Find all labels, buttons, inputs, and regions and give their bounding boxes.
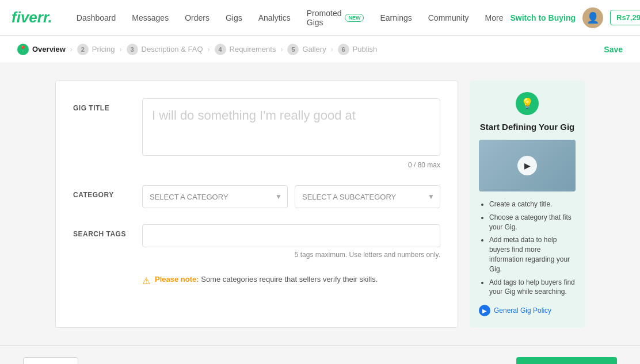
bc-arrow-5: › (331, 45, 333, 53)
nav-orders[interactable]: Orders (178, 9, 216, 27)
tip-1: Create a catchy title. (489, 200, 576, 209)
policy-link[interactable]: ▶ General Gig Policy (479, 305, 576, 316)
step1-label: Overview (32, 45, 66, 53)
tip-4: Add tags to help buyers find your Gig wh… (489, 278, 576, 297)
main-nav: Dashboard Messages Orders Gigs Analytics… (70, 4, 511, 32)
category-row: CATEGORY SELECT A CATEGORY ▼ SELECT A SU… (73, 185, 440, 208)
category-label: CATEGORY (73, 185, 142, 208)
gig-title-input[interactable] (142, 98, 440, 156)
side-panel: 💡 Start Defining Your Gig ▶ Create a cat… (470, 81, 585, 328)
tip-3: Add meta data to help buyers find more i… (489, 235, 576, 274)
side-title: Start Defining Your Gig (479, 122, 576, 132)
form-card: GIG TITLE 0 / 80 max CATEGORY SELECT A C… (55, 81, 458, 328)
step3-num: 3 (127, 44, 138, 55)
tip-2: Choose a category that fits your Gig. (489, 213, 576, 232)
category-select-wrap: SELECT A CATEGORY ▼ (142, 185, 288, 208)
bulb-icon: 💡 (516, 92, 539, 115)
side-card: 💡 Start Defining Your Gig ▶ Create a cat… (470, 81, 585, 328)
search-tags-label: SEARCH TAGS (73, 224, 142, 259)
nav-dashboard[interactable]: Dashboard (70, 9, 123, 27)
category-select[interactable]: SELECT A CATEGORY (142, 185, 288, 208)
breadcrumb-step-requirements[interactable]: 4 Requirements (215, 44, 276, 55)
gig-title-row: GIG TITLE 0 / 80 max (73, 98, 440, 169)
tips-list: Create a catchy title. Choose a category… (479, 200, 576, 297)
breadcrumb-step-description[interactable]: 3 Description & FAQ (127, 44, 203, 55)
category-field: SELECT A CATEGORY ▼ SELECT A SUBCATEGORY… (142, 185, 440, 208)
nav-community[interactable]: Community (421, 9, 476, 27)
play-button-icon: ▶ (517, 156, 537, 175)
save-link[interactable]: Save (604, 45, 623, 54)
breadcrumb: 📍 Overview › 2 Pricing › 3 Description &… (0, 36, 640, 63)
category-selects: SELECT A CATEGORY ▼ SELECT A SUBCATEGORY… (142, 185, 440, 208)
save-continue-button[interactable]: Save & Continue (516, 357, 617, 364)
note-prefix: Please note: (155, 275, 199, 283)
subcategory-select-wrap: SELECT A SUBCATEGORY ▼ (295, 185, 440, 208)
bc-arrow-1: › (70, 45, 73, 53)
footer-bar: Cancel Save & Continue (0, 345, 640, 364)
step5-label: Gallery (302, 45, 326, 53)
step3-label: Description & FAQ (142, 45, 203, 53)
search-tags-input[interactable] (142, 224, 440, 247)
step6-label: Publish (353, 45, 378, 53)
policy-icon: ▶ (479, 305, 490, 316)
nav-more[interactable]: More (478, 9, 511, 27)
bc-arrow-4: › (280, 45, 283, 53)
breadcrumb-step-publish[interactable]: 6 Publish (338, 44, 378, 55)
step6-num: 6 (338, 44, 349, 55)
new-badge: NEW (345, 14, 364, 22)
header-right: Switch to Buying 👤 Rs7,293.32 (510, 7, 640, 28)
search-tags-row: SEARCH TAGS 5 tags maximum. Use letters … (73, 224, 440, 259)
promoted-gigs-label: Promoted Gigs (307, 9, 342, 27)
step2-label: Pricing (92, 45, 115, 53)
tags-hint: 5 tags maximum. Use letters and numbers … (142, 251, 440, 259)
bc-arrow-2: › (120, 45, 122, 53)
step4-label: Requirements (230, 45, 276, 53)
note-icon: ⚠ (142, 275, 150, 286)
nav-analytics[interactable]: Analytics (252, 9, 298, 27)
header: fiverr. Dashboard Messages Orders Gigs A… (0, 0, 640, 36)
search-tags-field: 5 tags maximum. Use letters and numbers … (142, 224, 440, 259)
note-row: ⚠ Please note: Some categories require t… (142, 275, 440, 286)
char-count: 0 / 80 max (142, 161, 440, 169)
bc-arrow-3: › (208, 45, 210, 53)
switch-buying-button[interactable]: Switch to Buying (510, 13, 576, 22)
policy-label: General Gig Policy (494, 306, 551, 315)
nav-promoted-gigs[interactable]: Promoted Gigs NEW (300, 4, 371, 32)
subcategory-select[interactable]: SELECT A SUBCATEGORY (295, 185, 440, 208)
nav-messages[interactable]: Messages (125, 9, 176, 27)
breadcrumb-step-overview[interactable]: 📍 Overview (17, 44, 66, 55)
gig-title-field: 0 / 80 max (142, 98, 440, 169)
logo[interactable]: fiverr. (12, 9, 52, 26)
step1-icon: 📍 (17, 44, 29, 55)
cancel-button[interactable]: Cancel (23, 357, 78, 364)
note-body-text: Some categories require that sellers ver… (201, 275, 378, 283)
video-thumbnail[interactable]: ▶ (479, 140, 576, 191)
avatar[interactable]: 👤 (582, 7, 603, 28)
note-text: Please note: Some categories require tha… (155, 275, 378, 283)
gig-title-label: GIG TITLE (73, 98, 142, 169)
balance-button[interactable]: Rs7,293.32 (610, 10, 640, 25)
breadcrumb-step-pricing[interactable]: 2 Pricing (77, 44, 115, 55)
step4-num: 4 (215, 44, 226, 55)
breadcrumb-step-gallery[interactable]: 5 Gallery (287, 44, 326, 55)
main-content: GIG TITLE 0 / 80 max CATEGORY SELECT A C… (32, 63, 608, 345)
video-bg: ▶ (479, 140, 576, 191)
nav-gigs[interactable]: Gigs (219, 9, 249, 27)
nav-earnings[interactable]: Earnings (373, 9, 418, 27)
step2-num: 2 (77, 44, 89, 55)
step5-num: 5 (287, 44, 299, 55)
